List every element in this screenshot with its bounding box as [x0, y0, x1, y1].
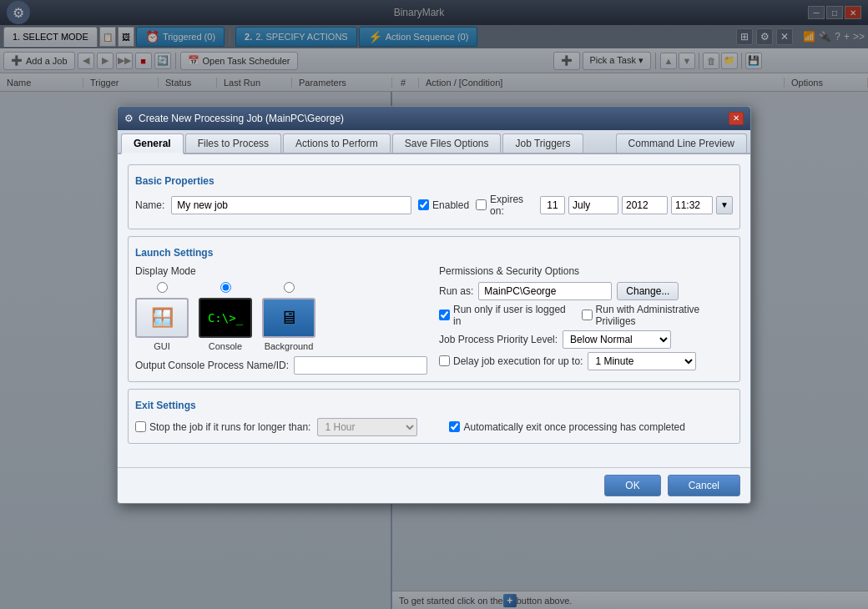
enabled-check-label: Enabled — [418, 199, 469, 211]
tab-actions-label: Actions to Perform — [295, 138, 378, 149]
dialog-tabs: General Files to Process Actions to Perf… — [118, 130, 750, 154]
tab-general[interactable]: General — [121, 133, 184, 154]
gui-mode-icon[interactable]: 🪟 — [135, 298, 189, 338]
output-row: Output Console Process Name/ID: — [135, 356, 429, 375]
expires-day-input[interactable] — [540, 196, 565, 214]
expires-group: ▼ — [540, 196, 733, 214]
dialog-title-bar: ⚙ Create New Processing Job (MainPC\Geor… — [118, 107, 750, 130]
run-as-label: Run as: — [439, 285, 473, 297]
cancel-button[interactable]: Cancel — [668, 475, 740, 496]
output-label: Output Console Process Name/ID: — [135, 360, 289, 371]
basic-properties-section: Basic Properties Name: Enabled Expires o… — [128, 164, 740, 229]
expires-check-label: Expires on: — [476, 194, 533, 217]
gui-radio-group — [157, 282, 168, 293]
run-logged-row: Run only if user is logged in Run with A… — [439, 304, 733, 327]
output-input[interactable] — [294, 356, 427, 375]
mode-gui: 🪟 GUI — [135, 282, 189, 351]
priority-select[interactable]: Idle Below Normal Normal Above Normal Hi… — [563, 330, 671, 349]
tab-job-triggers[interactable]: Job Triggers — [502, 133, 583, 153]
delay-checkbox[interactable] — [439, 355, 450, 366]
delay-check-label: Delay job execution for up to: — [439, 355, 583, 367]
bg-mode-icon[interactable]: 🖥 — [262, 298, 315, 338]
calendar-button[interactable]: ▼ — [716, 196, 733, 214]
gui-label: GUI — [154, 341, 170, 351]
name-label: Name: — [135, 199, 164, 211]
expires-label: Expires on: — [490, 194, 533, 217]
tab-files-to-process[interactable]: Files to Process — [185, 133, 281, 153]
run-logged-label: Run only if user is logged in — [439, 304, 568, 327]
exit-settings-section: Exit Settings Stop the job if it runs fo… — [128, 389, 740, 444]
expires-year-input[interactable] — [622, 196, 668, 214]
run-admin-label: Run with Administrative Priviliges — [582, 304, 733, 327]
auto-exit-label: Automatically exit once processing has c… — [449, 421, 684, 433]
expires-time-input[interactable] — [671, 196, 713, 214]
name-row: Name: Enabled Expires on: — [135, 194, 733, 217]
dialog-title-text: Create New Processing Job (MainPC\George… — [139, 113, 344, 124]
permissions-title: Permissions & Security Options — [439, 265, 733, 277]
dialog-body: Basic Properties Name: Enabled Expires o… — [118, 154, 750, 461]
console-radio-group — [220, 282, 231, 293]
console-prompt: C:\>_ — [208, 311, 243, 325]
run-admin-checkbox[interactable] — [582, 310, 593, 320]
expires-checkbox[interactable] — [476, 199, 487, 210]
launch-header: Launch Settings — [135, 247, 733, 259]
display-mode-section: Display Mode 🪟 GUI — [135, 265, 429, 375]
priority-label: Job Process Priority Level: — [439, 334, 558, 345]
delay-select[interactable]: None 1 Minute 5 Minutes 10 Minutes 30 Mi… — [588, 352, 696, 370]
gui-window-icon: 🪟 — [151, 307, 174, 329]
tab-files-label: Files to Process — [198, 138, 269, 149]
dialog-title: ⚙ Create New Processing Job (MainPC\Geor… — [124, 113, 344, 124]
stop-check-label: Stop the job if it runs for longer than: — [135, 421, 310, 433]
change-button[interactable]: Change... — [617, 282, 679, 300]
name-input[interactable] — [171, 196, 411, 214]
priority-row: Job Process Priority Level: Idle Below N… — [439, 330, 733, 349]
console-mode-icon[interactable]: C:\>_ — [199, 298, 252, 338]
tab-actions-to-perform[interactable]: Actions to Perform — [283, 133, 391, 153]
display-modes: 🪟 GUI C:\>_ — [135, 282, 429, 351]
tab-general-label: General — [134, 138, 171, 149]
tab-triggers-label: Job Triggers — [515, 138, 570, 149]
tab-command-preview[interactable]: Command Line Preview — [616, 133, 747, 153]
display-mode-label: Display Mode — [135, 265, 429, 277]
launch-row: Display Mode 🪟 GUI — [135, 265, 733, 375]
bg-monitor-icon: 🖥 — [280, 307, 298, 329]
create-job-dialog: ⚙ Create New Processing Job (MainPC\Geor… — [117, 106, 751, 504]
dialog-overlay: ⚙ Create New Processing Job (MainPC\Geor… — [0, 0, 868, 609]
gui-radio[interactable] — [157, 282, 168, 293]
console-radio[interactable] — [220, 282, 231, 293]
bg-radio[interactable] — [284, 282, 295, 293]
mode-console: C:\>_ Console — [199, 282, 252, 351]
bg-radio-group — [284, 282, 295, 293]
ok-button[interactable]: OK — [604, 475, 660, 496]
run-as-row: Run as: Change... — [439, 282, 733, 300]
run-logged-text: Run only if user is logged in — [453, 304, 568, 327]
auto-exit-checkbox[interactable] — [449, 421, 460, 432]
console-label: Console — [209, 341, 242, 351]
tab-save-files[interactable]: Save Files Options — [392, 133, 502, 153]
dialog-footer: OK Cancel — [118, 467, 750, 503]
stop-label: Stop the job if it runs for longer than: — [149, 421, 310, 433]
delay-label: Delay job execution for up to: — [453, 355, 583, 367]
mode-background: 🖥 Background — [262, 282, 315, 351]
run-as-input[interactable] — [478, 282, 612, 300]
launch-settings-section: Launch Settings Display Mode — [128, 236, 740, 382]
basic-props-header: Basic Properties — [135, 175, 733, 187]
run-logged-checkbox[interactable] — [439, 310, 450, 320]
stop-checkbox[interactable] — [135, 421, 146, 432]
tab-save-label: Save Files Options — [405, 138, 489, 149]
stop-select[interactable]: 1 Hour 2 Hours 4 Hours 8 Hours — [317, 418, 417, 436]
background-label: Background — [265, 341, 314, 351]
dialog-icon: ⚙ — [124, 113, 134, 124]
auto-exit-group: Automatically exit once processing has c… — [449, 421, 684, 433]
tab-cmd-label: Command Line Preview — [628, 138, 734, 149]
exit-row: Stop the job if it runs for longer than:… — [135, 418, 733, 436]
run-admin-text: Run with Administrative Priviliges — [596, 304, 733, 327]
auto-exit-text: Automatically exit once processing has c… — [463, 421, 684, 433]
delay-row: Delay job execution for up to: None 1 Mi… — [439, 352, 733, 370]
expires-month-input[interactable] — [568, 196, 618, 214]
enabled-label: Enabled — [432, 199, 469, 211]
enabled-checkbox[interactable] — [418, 199, 429, 210]
dialog-close-button[interactable]: ✕ — [729, 112, 744, 125]
permissions-section: Permissions & Security Options Run as: C… — [439, 265, 733, 375]
exit-header: Exit Settings — [135, 400, 733, 411]
